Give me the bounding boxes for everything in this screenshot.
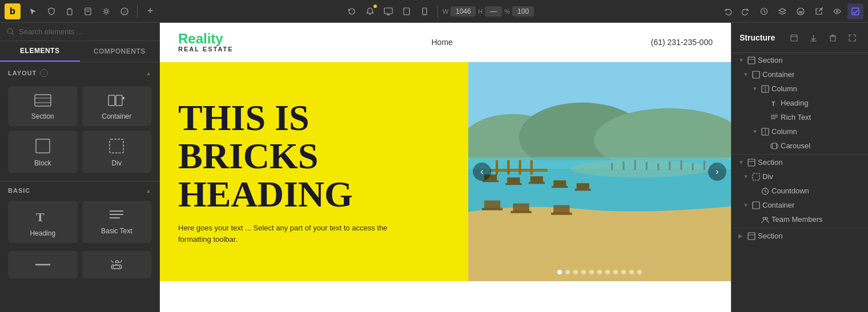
carousel-dot-11[interactable] [637,270,642,274]
desktop-icon[interactable] [380,3,396,19]
svg-rect-18 [852,8,859,15]
save-square-icon[interactable] [847,3,863,19]
div-label: Div [112,159,122,167]
top-toolbar: b ? + W H [0,0,868,23]
eye-icon[interactable] [829,3,845,19]
carousel-dot-8[interactable] [613,270,618,274]
history-icon[interactable] [756,3,772,19]
tree-column-1[interactable]: ▼ Column [732,82,868,96]
tree-heading[interactable]: ▶ T Heading [732,96,868,110]
carousel-next-button[interactable]: › [708,163,726,181]
book-icon[interactable] [80,3,96,19]
svg-rect-62 [680,160,682,170]
carousel-prev-button[interactable]: ‹ [473,163,491,181]
element-divider[interactable] [8,251,78,278]
svg-rect-73 [830,37,835,41]
element-link[interactable] [82,251,152,278]
section-3-tree-icon [748,232,756,240]
wordpress-icon[interactable]: W [793,3,809,19]
svg-rect-66 [482,208,503,210]
element-section[interactable]: Section [8,86,78,126]
element-block[interactable]: Block [8,131,78,173]
element-div[interactable]: Div [82,131,152,173]
carousel-dot-10[interactable] [629,270,634,274]
tablet-icon[interactable] [399,3,415,19]
tree-team[interactable]: ▶ Team Members [732,212,868,226]
layout-info-icon[interactable]: i [40,69,48,77]
trash-structure-icon[interactable] [825,30,841,46]
settings-icon[interactable] [98,3,114,19]
layers-icon[interactable] [774,3,790,19]
tree-column-2[interactable]: ▼ Column [732,124,868,139]
fullscreen-structure-icon[interactable] [844,30,860,46]
tree-section-3[interactable]: ▶ Section [732,228,868,243]
carousel-dot-5[interactable] [589,270,594,274]
question-icon[interactable]: ? [116,3,132,19]
toolbar-center: W H % [344,3,534,19]
basic-grid: T Heading Basic Text [0,198,159,251]
height-input[interactable] [485,6,502,17]
carousel-dot-3[interactable] [573,270,578,274]
structure-title: Structure [740,33,775,42]
add-icon[interactable]: + [142,3,158,19]
tree-countdown[interactable]: ▶ Countdown [732,184,868,198]
download-structure-icon[interactable] [805,30,821,46]
tree-div[interactable]: ▼ Div [732,169,868,184]
hero-carousel: ‹ › [468,62,731,281]
element-heading[interactable]: T Heading [8,201,78,243]
carousel-dot-6[interactable] [597,270,602,274]
width-input[interactable] [451,6,476,17]
notification-icon[interactable] [362,3,378,19]
svg-text:?: ? [123,10,126,15]
brand-logo[interactable]: b [5,3,21,19]
carousel-dot-1[interactable] [557,270,562,274]
cursor-icon[interactable] [25,3,41,19]
tree-countdown-label: Countdown [771,187,861,195]
logo-main: Reality [178,32,234,46]
svg-rect-97 [748,233,755,240]
svg-rect-70 [551,213,572,215]
tab-components[interactable]: COMPONENTS [80,41,160,62]
carousel-dot-9[interactable] [621,270,626,274]
clipboard-icon[interactable] [62,3,78,19]
svg-rect-91 [753,173,760,180]
svg-rect-21 [35,95,51,106]
carousel-dot-4[interactable] [581,270,586,274]
zoom-input[interactable] [512,6,534,17]
tree-carousel[interactable]: ▶ Carousel [732,139,868,153]
section-2-tree-icon [748,159,756,167]
external-link-icon[interactable] [811,3,827,19]
tree-section-1-label: Section [758,56,861,64]
tree-section-1[interactable]: ▼ Section [732,53,868,67]
search-input[interactable] [19,27,152,36]
tree-container-1-label: Container [762,70,861,79]
tree-richtext[interactable]: ▶ Rich Text [732,110,868,124]
shield-icon[interactable] [43,3,59,19]
element-basic-text[interactable]: Basic Text [82,201,152,243]
nav-home-link[interactable]: Home [432,38,453,47]
svg-rect-27 [36,139,50,153]
svg-rect-44 [531,160,533,175]
tree-container-2[interactable]: ▼ Container [732,198,868,212]
tab-elements[interactable]: ELEMENTS [0,41,80,62]
basic-section-header[interactable]: BASIC ▲ [0,181,159,198]
hero-heading-line2: HEADING [178,175,450,213]
mobile-icon[interactable] [417,3,433,19]
element-container[interactable]: Container [82,86,152,126]
svg-rect-61 [669,161,670,170]
basic-text-label: Basic Text [101,227,132,235]
carousel-dot-7[interactable] [605,270,610,274]
tree-container-1[interactable]: ▼ Container [732,67,868,82]
svg-rect-41 [496,160,498,175]
redo-icon[interactable] [738,3,754,19]
svg-point-4 [105,10,108,13]
refresh-icon[interactable] [344,3,360,19]
basic-title: BASIC [8,187,30,194]
expand-icon[interactable] [786,30,802,46]
undo-icon[interactable] [720,3,736,19]
svg-rect-24 [108,95,115,106]
tree-section-2[interactable]: ▼ Section [732,154,868,169]
search-icon [7,28,14,35]
layout-section-header[interactable]: LAYOUT i ▲ [0,62,159,82]
carousel-dot-2[interactable] [565,270,570,274]
